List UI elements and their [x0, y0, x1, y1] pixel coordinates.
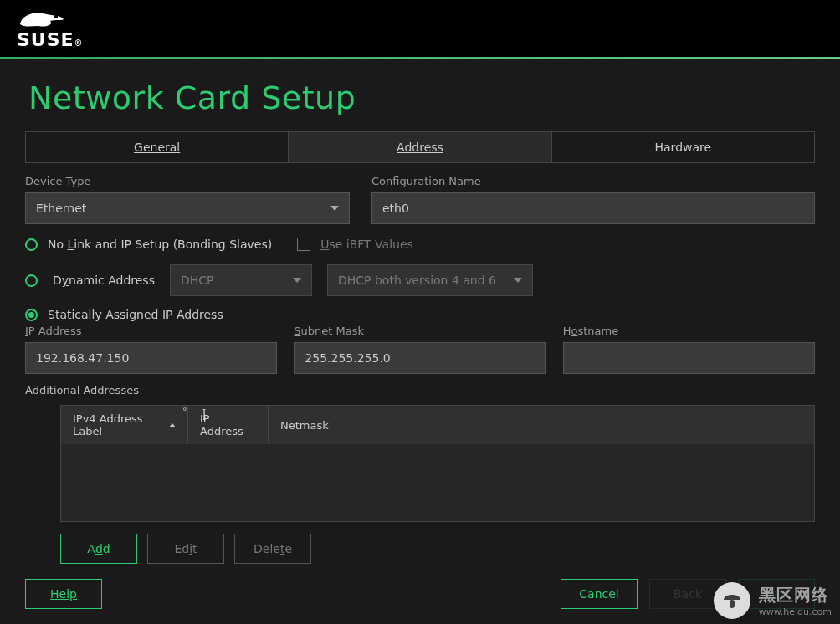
- svg-point-0: [54, 14, 58, 18]
- radio-static-label: Statically Assigned IP Address: [48, 308, 223, 321]
- checkbox-ibft-label: Use iBFT Values: [320, 238, 413, 251]
- radio-dynamic[interactable]: [25, 274, 38, 287]
- tab-bar: General Address Hardware: [25, 131, 815, 163]
- dhcp-mode-select: DHCP: [170, 264, 312, 296]
- radio-static[interactable]: [25, 309, 38, 321]
- suse-wordmark: SUSE®: [17, 29, 84, 50]
- delete-button: Delete: [234, 534, 311, 564]
- page-title: Network Card Setup: [28, 79, 815, 116]
- chameleon-icon: [17, 8, 67, 29]
- mask-label: Subnet Mask: [294, 325, 545, 337]
- radio-nolink-label: No Link and IP Setup (Bonding Slaves): [48, 238, 272, 251]
- edit-button: Edit: [147, 534, 224, 564]
- header-bar: SUSE®: [0, 0, 840, 57]
- tab-general[interactable]: General: [26, 132, 289, 162]
- config-name-input[interactable]: [371, 192, 815, 224]
- tab-address[interactable]: Address: [289, 132, 551, 162]
- additional-addresses-table: IPv4 Address Label IP Address Netmask: [60, 405, 815, 522]
- ip-address-input[interactable]: [25, 342, 277, 374]
- ip-label: IP Address: [25, 325, 277, 337]
- device-type-select[interactable]: Ethernet: [25, 192, 350, 224]
- subnet-mask-input[interactable]: [294, 342, 545, 374]
- sort-asc-icon: [169, 423, 176, 427]
- config-name-label: Configuration Name: [371, 175, 815, 187]
- device-type-label: Device Type: [25, 175, 350, 187]
- chevron-down-icon: [330, 206, 339, 211]
- radio-dynamic-label: Dynamic Address: [53, 274, 155, 287]
- suse-logo: SUSE®: [17, 8, 84, 50]
- chevron-down-icon: [293, 278, 301, 283]
- cancel-button[interactable]: Cancel: [561, 579, 638, 609]
- chevron-down-icon: [514, 278, 522, 283]
- hostname-label: Hostname: [563, 325, 815, 337]
- hostname-input[interactable]: [563, 342, 815, 374]
- tab-hardware[interactable]: Hardware: [552, 132, 814, 162]
- dhcp-version-select: DHCP both version 4 and 6: [327, 264, 533, 296]
- additional-heading: Additional Addresses: [25, 384, 815, 396]
- add-button[interactable]: Add: [60, 534, 137, 564]
- help-button[interactable]: Help: [25, 579, 102, 609]
- next-button: Next: [738, 579, 815, 609]
- radio-nolink[interactable]: [25, 238, 38, 251]
- col-netmask[interactable]: Netmask: [269, 406, 344, 444]
- checkbox-ibft: [297, 238, 310, 251]
- col-ip[interactable]: IP Address: [188, 406, 269, 444]
- col-ipv4-label[interactable]: IPv4 Address Label: [61, 406, 188, 444]
- back-button: Back: [649, 579, 726, 609]
